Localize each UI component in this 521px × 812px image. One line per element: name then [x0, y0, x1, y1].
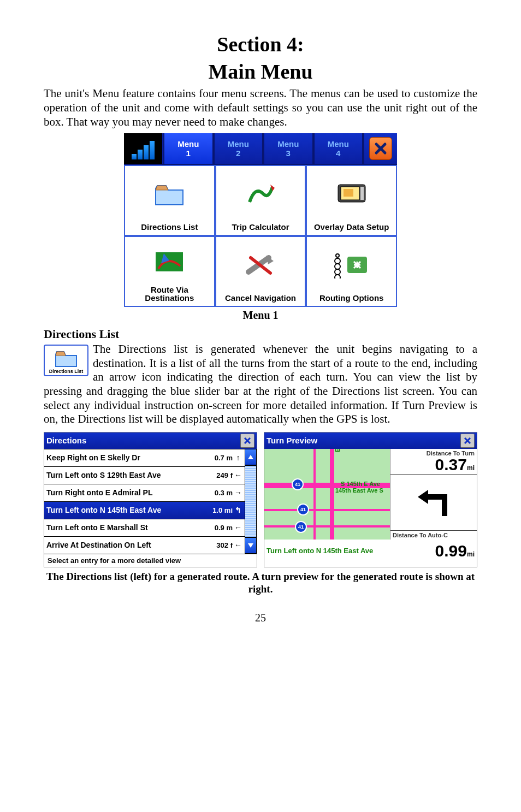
menu-item-cancel-navigation[interactable]: Cancel Navigation	[215, 236, 306, 307]
turn-preview-panel: Turn Preview 41 41 41 E Adm S 145th E Av…	[264, 432, 477, 567]
tab-menu-3[interactable]: Menu 3	[263, 133, 313, 164]
menu-grid: Directions List Trip Calculator Overlay …	[124, 165, 397, 307]
direction-distance: 302 f	[216, 541, 233, 549]
close-icon	[464, 437, 471, 444]
direction-text: Turn Left onto N 145th East Ave	[46, 506, 212, 514]
menu1-caption: Menu 1	[44, 309, 477, 322]
close-button[interactable]	[240, 434, 254, 448]
cancel-navigation-icon	[244, 237, 277, 293]
turn-left-arrow-icon	[415, 486, 453, 519]
direction-distance: 249 f	[216, 471, 233, 479]
direction-row[interactable]: Turn Right onto E Admiral PL 0.3 m →	[44, 484, 245, 501]
directions-titlebar: Directions	[44, 432, 257, 449]
distance-unit: mi	[467, 550, 475, 558]
lower-figures: Directions Keep Right on E Skelly Dr 0.7…	[44, 432, 477, 567]
directions-footer: Select an entry for a more detailed view	[44, 554, 257, 567]
menu-item-directions-list[interactable]: Directions List	[124, 165, 215, 236]
directions-list-panel: Directions Keep Right on E Skelly Dr 0.7…	[44, 432, 257, 567]
menu1-screen: Menu 1 Menu 2 Menu 3 Menu 4	[124, 133, 397, 307]
folder-icon	[153, 166, 186, 222]
scroll-up-button[interactable]	[245, 449, 257, 465]
distance-to-turn-value: 0.37	[435, 455, 467, 473]
direction-distance: 1.0 mi	[212, 506, 233, 514]
section-title-line2: Main Menu	[44, 60, 477, 84]
arrow-icon: ↰	[234, 506, 242, 514]
turn-preview-body: 41 41 41 E Adm S 145th E Ave 145th East …	[264, 449, 477, 540]
menu-item-label: Trip Calculator	[232, 223, 289, 232]
folder-icon	[54, 348, 79, 369]
turn-preview-map[interactable]: 41 41 41 E Adm S 145th E Ave 145th East …	[264, 449, 390, 540]
direction-distance: 0.3 m	[215, 489, 233, 497]
distance-to-turn-box: Distance To Turn 0.37mi	[390, 449, 477, 475]
distance-unit: mi	[467, 464, 475, 472]
scroll-down-button[interactable]	[245, 537, 257, 554]
turn-preview-sidebar: Distance To Turn 0.37mi Distance To Auto…	[390, 449, 477, 540]
distance-to-auto-label: Distance To Auto-C	[393, 532, 475, 538]
tab-label: Menu	[177, 139, 199, 149]
menu-item-trip-calculator[interactable]: Trip Calculator	[215, 165, 306, 236]
distance-to-auto-box: Distance To Auto-C	[390, 531, 477, 540]
directions-body: Keep Right on E Skelly Dr 0.7 m ↑ Turn L…	[44, 449, 257, 554]
directions-rows: Keep Right on E Skelly Dr 0.7 m ↑ Turn L…	[44, 449, 245, 554]
arrow-icon: ←	[234, 523, 242, 532]
route-shield-icon: 41	[292, 478, 304, 490]
svg-rect-3	[360, 187, 364, 200]
tab-number: 3	[286, 149, 291, 158]
gps-device-icon	[333, 166, 371, 222]
close-button[interactable]	[369, 137, 392, 160]
tab-menu-1[interactable]: Menu 1	[163, 133, 214, 164]
tab-label: Menu	[228, 139, 249, 149]
menu-item-overlay-data-setup[interactable]: Overlay Data Setup	[306, 165, 397, 236]
direction-row[interactable]: Arrive At Destination On Left 302 f ←	[44, 536, 245, 554]
close-button[interactable]	[460, 434, 475, 448]
map-road-label: 145th East Ave S	[335, 487, 383, 494]
directions-list-paragraph: The Directions list is generated wheneve…	[44, 342, 477, 426]
trip-calculator-icon	[244, 166, 277, 222]
tab-menu-2[interactable]: Menu 2	[214, 133, 264, 164]
direction-row[interactable]: Turn Left onto E Marshall St 0.9 m ←	[44, 519, 245, 536]
menu-tabbar: Menu 1 Menu 2 Menu 3 Menu 4	[124, 133, 397, 165]
scrollbar[interactable]	[245, 449, 257, 554]
menu-item-routing-options[interactable]: Routing Options	[306, 236, 397, 307]
page-number: 25	[44, 612, 477, 624]
intro-paragraph: The unit's Menu feature contains four me…	[44, 87, 477, 129]
arrow-icon: ↑	[234, 453, 242, 462]
close-icon	[244, 437, 251, 444]
arrow-icon: →	[234, 488, 242, 497]
direction-text: Turn Left onto E Marshall St	[46, 523, 215, 532]
menu-item-label: Directions List	[141, 223, 198, 232]
direction-text: Turn Left onto S 129th East Ave	[46, 471, 216, 479]
tab-label: Menu	[277, 139, 299, 149]
tab-number: 2	[236, 149, 240, 158]
direction-row[interactable]: Turn Left onto S 129th East Ave 249 f ←	[44, 466, 245, 484]
direction-distance: 0.9 m	[215, 524, 233, 532]
svg-rect-4	[344, 189, 353, 197]
close-icon	[374, 142, 387, 155]
tab-number: 4	[336, 149, 340, 158]
map-road-label: S 145th E Ave	[341, 481, 380, 487]
turn-preview-titlebar: Turn Preview	[264, 432, 477, 449]
route-shield-icon: 41	[297, 503, 309, 515]
direction-row-selected[interactable]: Turn Left onto N 145th East Ave 1.0 mi ↰	[44, 501, 245, 519]
scroll-track[interactable]	[245, 465, 257, 537]
tab-menu-4[interactable]: Menu 4	[313, 133, 364, 164]
direction-text: Turn Right onto E Admiral PL	[46, 488, 215, 497]
route-icon	[153, 237, 186, 285]
turn-preview-footer: Turn Left onto N 145th East Ave 0.99mi	[264, 540, 477, 562]
tab-number: 1	[186, 149, 191, 158]
menu-item-label: Cancel Navigation	[225, 294, 296, 303]
chevron-down-icon	[247, 543, 254, 548]
arrow-icon: ←	[234, 541, 242, 549]
menu-item-label: Routing Options	[319, 294, 383, 303]
svg-point-10	[335, 269, 340, 275]
direction-row[interactable]: Keep Right on E Skelly Dr 0.7 m ↑	[44, 449, 245, 466]
menu-item-route-via-destinations[interactable]: Route Via Destinations	[124, 236, 215, 307]
map-road-label: E Adm	[334, 449, 341, 452]
turn-arrow-box	[390, 475, 477, 531]
panel-title: Directions	[46, 436, 86, 445]
tab-label: Menu	[328, 139, 349, 149]
chevron-up-icon	[247, 454, 254, 460]
signal-strength-icon	[124, 133, 163, 164]
svg-point-9	[335, 264, 340, 269]
svg-marker-13	[248, 455, 253, 459]
